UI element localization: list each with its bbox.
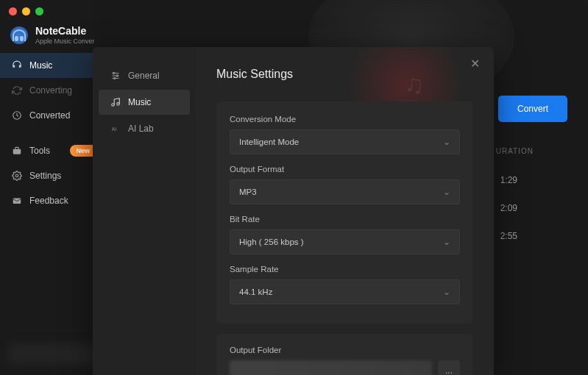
headphones-icon <box>12 60 22 71</box>
settings-tab-label: AI Lab <box>128 124 154 134</box>
sidebar-item-tools[interactable]: Tools New <box>0 138 94 163</box>
gear-icon <box>12 171 22 181</box>
track-duration: 2:09 <box>500 203 517 213</box>
sidebar-item-label: Converting <box>29 85 72 96</box>
browse-button[interactable]: ... <box>438 360 460 375</box>
output-format-label: Output Format <box>230 165 460 174</box>
app-logo <box>10 26 28 44</box>
close-window-button[interactable] <box>9 7 17 15</box>
close-icon[interactable]: ✕ <box>470 59 481 69</box>
svg-point-11 <box>117 103 120 106</box>
sidebar-item-label: Settings <box>29 171 61 181</box>
select-value: 44.1 kHz <box>239 288 272 296</box>
settings-tab-ai-lab[interactable]: Ai AI Lab <box>99 116 190 141</box>
sidebar-item-converted[interactable]: Converted <box>0 103 94 128</box>
settings-nav: General Music Ai AI Lab <box>93 47 196 375</box>
settings-title: Music Settings <box>216 68 473 81</box>
output-folder-label: Output Folder <box>230 346 460 354</box>
settings-body: ✕ Music Settings Conversion Mode Intelli… <box>196 47 494 375</box>
music-settings-panel: Conversion Mode Intelligent Mode ⌄ Outpu… <box>216 101 473 324</box>
sidebar-item-settings[interactable]: Settings <box>0 163 94 188</box>
sidebar: Music Converting Converted Tools New Set… <box>0 53 94 213</box>
settings-tab-label: General <box>128 71 160 81</box>
sidebar-item-label: Tools <box>29 146 50 156</box>
track-durations: 1:29 2:09 2:55 <box>500 175 517 241</box>
conversion-mode-select[interactable]: Intelligent Mode ⌄ <box>230 129 460 154</box>
output-folder-input[interactable] <box>230 360 432 375</box>
settings-modal: ♫ General Music Ai AI Lab ✕ Music Settin… <box>93 47 494 375</box>
chevron-down-icon: ⌄ <box>443 187 450 197</box>
music-note-icon <box>110 97 121 107</box>
bit-rate-label: Bit Rate <box>230 215 460 224</box>
sample-rate-label: Sample Rate <box>230 265 460 274</box>
track-duration: 2:55 <box>500 231 517 241</box>
output-format-select[interactable]: MP3 ⌄ <box>230 179 460 204</box>
sidebar-item-label: Converted <box>29 110 70 121</box>
svg-point-9 <box>114 77 116 79</box>
ai-icon: Ai <box>110 124 121 134</box>
toolbox-icon <box>12 146 22 156</box>
bottom-status <box>7 343 103 365</box>
clock-icon <box>12 110 22 121</box>
sidebar-item-converting[interactable]: Converting <box>0 78 94 103</box>
conversion-mode-label: Conversion Mode <box>230 115 460 124</box>
chevron-down-icon: ⌄ <box>443 237 450 247</box>
duration-column-header: URATION <box>496 147 534 155</box>
sample-rate-select[interactable]: 44.1 kHz ⌄ <box>230 279 460 304</box>
sidebar-item-feedback[interactable]: Feedback <box>0 188 94 213</box>
select-value: MP3 <box>239 188 257 196</box>
new-badge: New <box>70 145 94 157</box>
convert-button[interactable]: Convert <box>498 96 567 122</box>
sidebar-item-label: Music <box>29 60 52 71</box>
sidebar-item-label: Feedback <box>29 196 68 206</box>
settings-tab-general[interactable]: General <box>99 63 190 88</box>
svg-point-7 <box>113 72 115 74</box>
app-subtitle: Apple Music Converter <box>35 38 102 45</box>
svg-text:Ai: Ai <box>112 126 117 132</box>
select-value: High ( 256 kbps ) <box>239 238 304 246</box>
minimize-window-button[interactable] <box>22 7 30 15</box>
settings-tab-music[interactable]: Music <box>99 90 190 115</box>
app-name: NoteCable <box>35 25 102 37</box>
svg-point-2 <box>15 174 18 177</box>
output-folder-panel: Output Folder ... <box>216 334 473 375</box>
sliders-icon <box>110 71 121 81</box>
select-value: Intelligent Mode <box>239 138 299 146</box>
svg-rect-1 <box>13 149 21 154</box>
refresh-icon <box>12 85 22 96</box>
track-duration: 1:29 <box>500 175 517 185</box>
svg-point-8 <box>116 75 118 76</box>
sidebar-item-music[interactable]: Music <box>0 53 94 78</box>
window-controls <box>9 7 43 15</box>
settings-tab-label: Music <box>128 97 151 107</box>
mail-icon <box>12 196 22 206</box>
chevron-down-icon: ⌄ <box>443 287 450 297</box>
chevron-down-icon: ⌄ <box>443 137 450 147</box>
maximize-window-button[interactable] <box>35 7 43 15</box>
bit-rate-select[interactable]: High ( 256 kbps ) ⌄ <box>230 229 460 254</box>
svg-point-10 <box>112 104 115 107</box>
